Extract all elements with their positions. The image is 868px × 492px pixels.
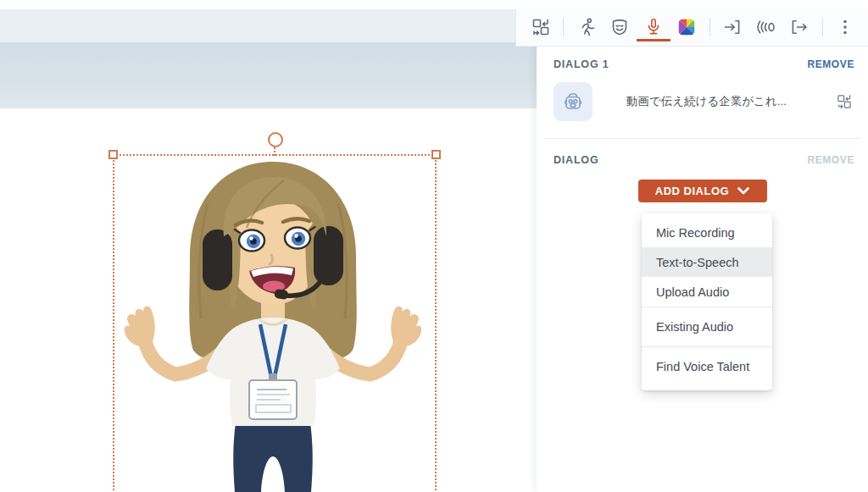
replace-icon[interactable] <box>530 16 552 38</box>
panel-divider <box>545 138 860 139</box>
menu-item-text-to-speech[interactable]: Text-to-Speech <box>642 247 772 277</box>
text-to-speech-robot-icon[interactable] <box>554 82 593 121</box>
add-dialog-button[interactable]: ADD DIALOG <box>638 180 767 202</box>
toolbar-separator <box>709 18 710 36</box>
pants <box>233 423 313 492</box>
add-dialog-button-label: ADD DIALOG <box>655 185 729 197</box>
rotation-handle[interactable] <box>268 132 283 147</box>
arrow-enter-icon[interactable] <box>721 16 743 38</box>
toolbar-separator <box>822 18 823 36</box>
resize-handle-top-left[interactable] <box>108 150 118 159</box>
kebab-menu-icon[interactable] <box>834 16 856 38</box>
dialog1-title: DIALOG 1 <box>554 58 609 70</box>
menu-item-find-voice-talent[interactable]: Find Voice Talent <box>642 347 772 386</box>
replace-icon[interactable] <box>834 91 854 112</box>
dialog1-entry-row: 動画で伝え続ける企業がこれ... <box>537 82 868 121</box>
chevron-down-icon <box>737 187 749 195</box>
resize-handle-top-right[interactable] <box>431 150 441 159</box>
dialog-new-remove-button: REMOVE <box>807 154 854 166</box>
character-avatar[interactable] <box>108 153 438 492</box>
id-badge <box>249 380 297 419</box>
headset-earpiece-left <box>203 229 232 290</box>
arrow-exit-icon[interactable] <box>788 16 810 38</box>
add-dialog-dropdown-menu: Mic Recording Text-to-Speech Upload Audi… <box>642 213 772 390</box>
menu-item-existing-audio[interactable]: Existing Audio <box>642 307 772 346</box>
dialog-panel: DIALOG 1 REMOVE 動画で伝え続ける企業がこれ... <box>537 47 868 492</box>
running-person-icon[interactable] <box>576 16 598 38</box>
color-palette-icon[interactable] <box>676 16 698 38</box>
character-options-toolbar <box>515 8 868 47</box>
dialog1-header: DIALOG 1 REMOVE <box>537 57 868 72</box>
headset-earpiece-right <box>314 226 343 285</box>
ripple-arcs-icon[interactable] <box>755 16 777 38</box>
face-mask-icon[interactable] <box>609 16 631 38</box>
dialog1-preview-text[interactable]: 動画で伝え続ける企業がこれ... <box>626 94 834 109</box>
menu-item-upload-audio[interactable]: Upload Audio <box>642 277 772 307</box>
scene-background-band-light <box>0 9 515 42</box>
dialog-new-title: DIALOG <box>554 154 598 166</box>
scene-background-band-dark <box>0 42 537 108</box>
menu-item-mic-recording[interactable]: Mic Recording <box>642 218 772 247</box>
toolbar-separator <box>563 18 564 36</box>
scene-canvas <box>0 0 537 492</box>
microphone-icon[interactable] <box>643 16 665 38</box>
dialog-new-header: DIALOG REMOVE <box>537 152 868 168</box>
dialog1-remove-button[interactable]: REMOVE <box>807 58 854 70</box>
